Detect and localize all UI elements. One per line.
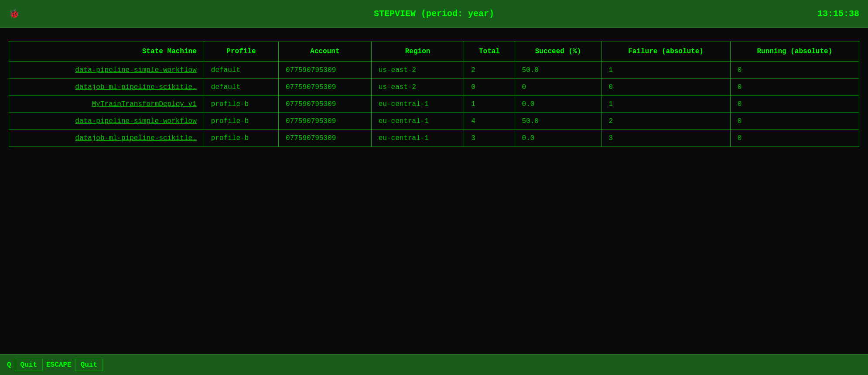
clock: 13:15:38	[817, 9, 859, 19]
cell-running-3: 0	[730, 113, 859, 130]
cell-total-3: 4	[464, 113, 515, 130]
cell-state_machine-0: data-pipeline-simple-workflow	[9, 62, 204, 79]
cell-running-0: 0	[730, 62, 859, 79]
table-body: data-pipeline-simple-workflowdefault0775…	[9, 62, 859, 147]
col-header-succeed: Succeed (%)	[515, 41, 601, 62]
app-title: STEPVIEW (period: year)	[374, 9, 494, 19]
cell-state_machine-2: MyTrainTransformDeploy_v1	[9, 96, 204, 113]
cell-running-4: 0	[730, 130, 859, 147]
top-bar: 🐞 STEPVIEW (period: year) 13:15:38	[0, 0, 868, 28]
cell-account-2: 077590795309	[279, 96, 372, 113]
table-row: data-pipeline-simple-workflowdefault0775…	[9, 62, 859, 79]
col-header-total: Total	[464, 41, 515, 62]
escape-quit-button[interactable]: Quit	[75, 359, 103, 371]
cell-succeed-1: 0	[515, 79, 601, 96]
cell-total-0: 2	[464, 62, 515, 79]
cell-account-0: 077590795309	[279, 62, 372, 79]
cell-region-4: eu-central-1	[371, 130, 464, 147]
bottom-bar: Q Quit ESCAPE Quit	[0, 354, 868, 375]
cell-total-4: 3	[464, 130, 515, 147]
cell-profile-4: profile-b	[204, 130, 278, 147]
main-content: State Machine Profile Account Region Tot…	[0, 28, 868, 160]
cell-succeed-4: 0.0	[515, 130, 601, 147]
table-row: MyTrainTransformDeploy_v1profile-b077590…	[9, 96, 859, 113]
quit-button[interactable]: Quit	[15, 359, 43, 371]
q-key-label: Q	[7, 361, 11, 369]
cell-region-0: us-east-2	[371, 62, 464, 79]
cell-failure-3: 2	[601, 113, 730, 130]
cell-profile-0: default	[204, 62, 278, 79]
data-table: State Machine Profile Account Region Tot…	[9, 41, 859, 147]
col-header-running: Running (absolute)	[730, 41, 859, 62]
cell-succeed-0: 50.0	[515, 62, 601, 79]
cell-failure-0: 1	[601, 62, 730, 79]
cell-region-1: us-east-2	[371, 79, 464, 96]
cell-succeed-2: 0.0	[515, 96, 601, 113]
cell-failure-4: 3	[601, 130, 730, 147]
cell-running-1: 0	[730, 79, 859, 96]
cell-running-2: 0	[730, 96, 859, 113]
table-row: datajob-ml-pipeline-scikitle…default0775…	[9, 79, 859, 96]
cell-profile-1: default	[204, 79, 278, 96]
table-row: datajob-ml-pipeline-scikitle…profile-b07…	[9, 130, 859, 147]
top-bar-left: 🐞	[9, 8, 20, 19]
cell-profile-2: profile-b	[204, 96, 278, 113]
cell-succeed-3: 50.0	[515, 113, 601, 130]
cell-account-1: 077590795309	[279, 79, 372, 96]
cell-account-3: 077590795309	[279, 113, 372, 130]
app-icon: 🐞	[9, 8, 20, 19]
cell-profile-3: profile-b	[204, 113, 278, 130]
cell-state_machine-4: datajob-ml-pipeline-scikitle…	[9, 130, 204, 147]
cell-failure-2: 1	[601, 96, 730, 113]
cell-total-2: 1	[464, 96, 515, 113]
cell-account-4: 077590795309	[279, 130, 372, 147]
col-header-region: Region	[371, 41, 464, 62]
col-header-failure: Failure (absolute)	[601, 41, 730, 62]
cell-total-1: 0	[464, 79, 515, 96]
col-header-state-machine: State Machine	[9, 41, 204, 62]
table-row: data-pipeline-simple-workflowprofile-b07…	[9, 113, 859, 130]
cell-failure-1: 0	[601, 79, 730, 96]
cell-region-2: eu-central-1	[371, 96, 464, 113]
col-header-profile: Profile	[204, 41, 278, 62]
cell-region-3: eu-central-1	[371, 113, 464, 130]
table-header-row: State Machine Profile Account Region Tot…	[9, 41, 859, 62]
escape-key-label: ESCAPE	[46, 361, 72, 369]
cell-state_machine-3: data-pipeline-simple-workflow	[9, 113, 204, 130]
cell-state_machine-1: datajob-ml-pipeline-scikitle…	[9, 79, 204, 96]
col-header-account: Account	[279, 41, 372, 62]
